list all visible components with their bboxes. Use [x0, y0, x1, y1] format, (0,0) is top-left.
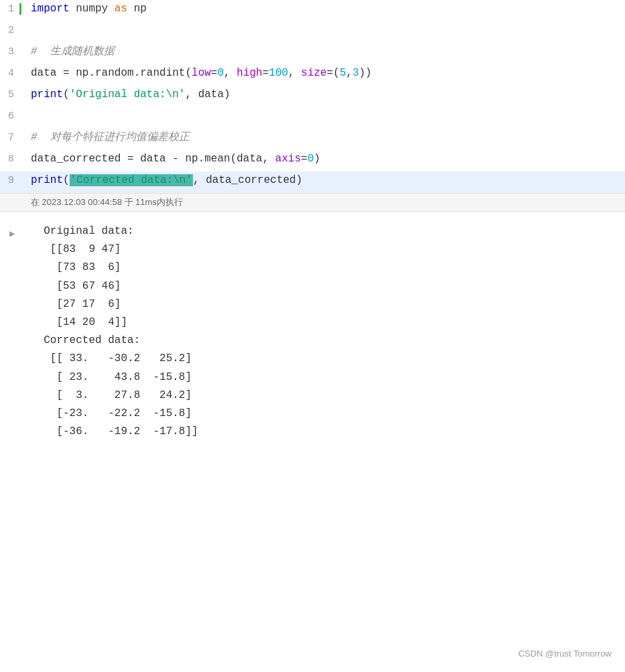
- val-100: 100: [269, 67, 288, 79]
- line-number-9: 9: [0, 175, 21, 186]
- code-section: 1 import numpy as np 2 3 # 生成随机数据 4 data…: [0, 0, 625, 193]
- param-low: low: [192, 67, 211, 79]
- code-editor: 1 import numpy as np 2 3 # 生成随机数据 4 data…: [0, 0, 625, 672]
- line-content-5: print('Original data:\n', data): [21, 86, 230, 104]
- val-0-2: 0: [307, 153, 314, 165]
- line-content-7: # 对每个特征进行均值偏差校正: [21, 129, 190, 147]
- code-line-4: 4 data = np.random.randint(low=0, high=1…: [0, 64, 625, 86]
- code-line-5: 5 print('Original data:\n', data): [0, 86, 625, 107]
- output-line-5: [14 20 4]]: [31, 314, 625, 332]
- output-line-4: [27 17 6]: [31, 295, 625, 314]
- param-axis: axis: [275, 153, 301, 165]
- code-line-9: 9 print('Corrected data:\n', data_correc…: [0, 172, 625, 193]
- code-line-2: 2: [0, 21, 625, 43]
- line-content-8: data_corrected = data - np.mean(data, ax…: [21, 151, 320, 168]
- output-line-3: [53 67 46]: [31, 277, 625, 295]
- line-content-1: import numpy as np: [21, 1, 147, 18]
- output-line-1: [[83 9 47]: [31, 241, 625, 259]
- line-number-6: 6: [0, 111, 21, 122]
- line-number-2: 2: [0, 25, 21, 36]
- keyword-import: import: [31, 3, 70, 15]
- line-number-1: 1: [0, 3, 21, 15]
- line-number-4: 4: [0, 68, 21, 79]
- output-line-11: [-36. -19.2 -17.8]]: [31, 423, 625, 441]
- line-number-8: 8: [0, 153, 21, 165]
- execution-info: 在 2023.12.03 00:44:58 于 11ms内执行: [0, 193, 625, 212]
- output-line-6: Corrected data:: [31, 332, 625, 350]
- param-high: high: [236, 67, 262, 79]
- code-line-7: 7 # 对每个特征进行均值偏差校正: [0, 129, 625, 150]
- line-content-6: [21, 108, 38, 125]
- output-section: ▶ Original data: [[83 9 47] [73 83 6] [5…: [0, 212, 625, 452]
- code-line-8: 8 data_corrected = data - np.mean(data, …: [0, 150, 625, 172]
- keyword-as: as: [115, 3, 127, 15]
- code-line-1: 1 import numpy as np: [0, 0, 625, 21]
- val-5: 5: [340, 67, 346, 79]
- line-number-3: 3: [0, 46, 21, 58]
- output-line-8: [ 23. 43.8 -15.8]: [31, 368, 625, 387]
- val-0-1: 0: [217, 67, 224, 79]
- output-line-0: Original data:: [31, 222, 625, 241]
- output-arrow: ▶: [9, 226, 15, 243]
- line-content-9: print('Corrected data:\n', data_correcte…: [21, 172, 302, 190]
- output-line-10: [-23. -22.2 -15.8]: [31, 405, 625, 423]
- keyword-print-2: print: [31, 174, 63, 186]
- param-size: size: [301, 67, 326, 79]
- line-content-3: # 生成随机数据: [21, 44, 115, 61]
- line-content-2: [21, 22, 38, 40]
- csdn-watermark: CSDN @trust Tomorrow: [518, 649, 612, 659]
- keyword-print-1: print: [31, 88, 63, 100]
- output-line-2: [73 83 6]: [31, 259, 625, 277]
- line-number-5: 5: [0, 89, 21, 100]
- output-line-9: [ 3. 27.8 24.2]: [31, 387, 625, 405]
- code-line-3: 3 # 生成随机数据: [0, 43, 625, 64]
- line-number-7: 7: [0, 132, 21, 143]
- code-line-6: 6: [0, 107, 625, 129]
- output-line-7: [[ 33. -30.2 25.2]: [31, 350, 625, 368]
- string-original: 'Original data:\n': [70, 88, 186, 100]
- line-content-4: data = np.random.randint(low=0, high=100…: [21, 65, 372, 82]
- val-3: 3: [352, 67, 359, 79]
- string-corrected: 'Corrected data:\n': [70, 174, 193, 186]
